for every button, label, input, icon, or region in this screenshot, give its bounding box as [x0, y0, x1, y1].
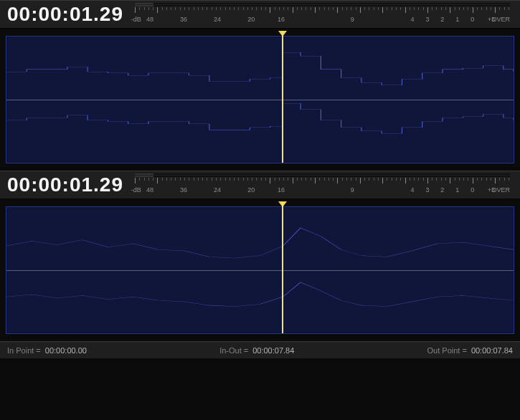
- meter-label: 1: [455, 186, 459, 194]
- panel-1-header: 00:00:01.29 -dB4836242016943210+3OVER: [0, 0, 520, 29]
- meter-label: OVER: [491, 16, 510, 23]
- panel-2-wave-box[interactable]: [6, 206, 514, 334]
- meter-label: 24: [214, 186, 221, 194]
- footer-out-point: Out Point = 00:00:07.84: [427, 346, 513, 355]
- panel-2-timecode: 00:00:01.29: [7, 173, 123, 196]
- meter-label: 9: [351, 16, 354, 23]
- wave-path-ch2: [6, 103, 514, 133]
- playhead-line: [282, 201, 283, 333]
- footer-in-point: In Point = 00:00:00.00: [7, 346, 87, 355]
- in-out-value: 00:00:07.84: [252, 346, 294, 355]
- meter-unit-label: -dB: [131, 16, 141, 23]
- panel-1-timecode: 00:00:01.29: [7, 3, 123, 26]
- meter-label: 2: [440, 186, 444, 194]
- in-point-label: In Point =: [7, 346, 41, 355]
- panel-2-header: 00:00:01.29 -dB4836242016943210+3OVER: [0, 171, 520, 199]
- meter-label: 24: [214, 16, 221, 23]
- meter-label: 20: [247, 186, 255, 194]
- meter-label: 1: [455, 16, 459, 23]
- meter-label: 20: [247, 16, 255, 23]
- meter-label: 3: [425, 186, 429, 194]
- in-point-value: 00:00:00.00: [45, 346, 87, 355]
- meter-label: 4: [411, 16, 415, 23]
- panel-1-waveform-svg: [6, 37, 514, 163]
- in-out-label: In-Out =: [219, 346, 248, 355]
- meter-unit-label: -dB: [131, 186, 141, 194]
- meter-label: OVER: [491, 186, 510, 194]
- playhead-line: [282, 31, 283, 163]
- panel-2-wave-area: [0, 199, 520, 341]
- out-point-label: Out Point =: [427, 346, 467, 355]
- panel-2-audio-meter: -dB4836242016943210+3OVER: [132, 173, 513, 197]
- wave-path-ch1: [6, 52, 514, 85]
- meter-labels-row-2: -dB4836242016943210+3OVER: [135, 186, 510, 196]
- footer-status-bar: In Point = 00:00:00.00 In-Out = 00:00:07…: [0, 341, 520, 358]
- panel-1-audio-meter: -dB4836242016943210+3OVER: [132, 2, 513, 27]
- meter-bar-left: [135, 3, 510, 4]
- wave-path-ch1: [6, 228, 514, 258]
- out-point-value: 00:00:07.84: [471, 346, 513, 355]
- meter-labels-row-1: -dB4836242016943210+3OVER: [135, 16, 510, 26]
- meter-label: 3: [425, 16, 429, 23]
- meter-label: 9: [351, 186, 354, 194]
- footer-in-out: In-Out = 00:00:07.84: [219, 346, 294, 355]
- meter-label: 16: [278, 16, 285, 23]
- meter-label: 36: [180, 16, 187, 23]
- panel-1-wave-box[interactable]: [6, 36, 514, 163]
- meter-label: 2: [440, 16, 444, 23]
- meter-bar-right: [135, 5, 510, 6]
- meter-bar-left: [135, 173, 510, 175]
- meter-label: 16: [278, 186, 285, 194]
- panel-2-waveform-svg: [6, 207, 514, 333]
- meter-bar-right: [135, 176, 510, 177]
- meter-label: 36: [180, 186, 187, 194]
- meter-label: 0: [471, 186, 474, 194]
- meter-label: 48: [146, 186, 153, 194]
- meter-label: 48: [146, 16, 153, 23]
- meter-ticks: [135, 178, 510, 186]
- panel-1-wave-area: [0, 29, 520, 171]
- meter-label: 4: [411, 186, 415, 194]
- wave-path-ch2: [6, 282, 514, 307]
- meter-ticks: [135, 7, 510, 16]
- meter-label: 0: [471, 16, 474, 23]
